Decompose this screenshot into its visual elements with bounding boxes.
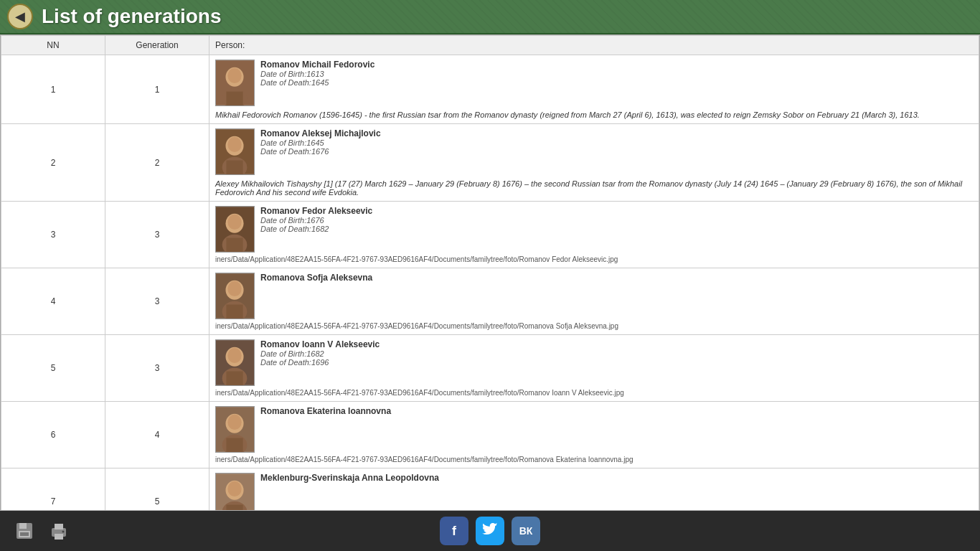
svg-rect-46 xyxy=(19,523,27,529)
svg-point-2 xyxy=(227,68,241,83)
person-name: Romanova Ekaterina Ioannovna xyxy=(260,406,973,416)
person-birth: Date of Birth:1676 xyxy=(260,216,973,225)
person-photo xyxy=(215,406,255,453)
table-row: 43 Romanova Sofja Aleksevnainers/Data/Ap… xyxy=(1,268,979,335)
cell-nn: 2 xyxy=(1,124,105,202)
person-name: Romanova Sofja Aleksevna xyxy=(260,273,973,283)
person-photo xyxy=(215,206,255,253)
cell-nn: 4 xyxy=(1,268,105,335)
cell-generation: 3 xyxy=(105,335,209,402)
page-header: ◀ List of generations xyxy=(0,0,980,34)
vk-button[interactable]: ВК xyxy=(512,517,540,545)
person-death: Date of Death:1645 xyxy=(260,78,973,87)
social-buttons: f ВК xyxy=(440,517,540,545)
table-row: 11 Romanov Michail FedorovicDate of Birt… xyxy=(1,55,979,124)
back-icon: ◀ xyxy=(15,10,25,23)
person-birth: Date of Birth:1682 xyxy=(260,349,973,358)
back-button[interactable]: ◀ xyxy=(7,4,33,29)
facebook-icon: f xyxy=(452,524,456,539)
person-photo xyxy=(215,339,255,386)
cell-person: Romanova Ekaterina Ioannovnainers/Data/A… xyxy=(209,402,979,468)
svg-point-12 xyxy=(227,215,241,230)
svg-point-27 xyxy=(227,415,241,430)
cell-nn: 6 xyxy=(1,402,105,468)
col-nn: NN xyxy=(1,36,105,55)
table-row: 75 Meklenburg-Sverinskaja Anna Leopoldov… xyxy=(1,468,979,512)
person-name: Romanov Fedor Alekseevic xyxy=(260,206,973,216)
cell-person: Romanova Sofja Aleksevnainers/Data/Appli… xyxy=(209,268,979,335)
cell-person: Meklenburg-Sverinskaja Anna Leopoldovnai… xyxy=(209,468,979,512)
cell-generation: 2 xyxy=(105,124,209,202)
svg-rect-24 xyxy=(226,372,242,385)
person-file-path: iners/Data/Application/48E2AA15-56FA-4F2… xyxy=(215,389,973,397)
svg-rect-19 xyxy=(226,305,242,319)
table-row: 33 Romanov Fedor AlekseevicDate of Birth… xyxy=(1,202,979,268)
cell-person: Romanov Aleksej MichajlovicDate of Birth… xyxy=(209,124,979,202)
cell-generation: 3 xyxy=(105,268,209,335)
cell-nn: 5 xyxy=(1,335,105,402)
svg-rect-50 xyxy=(55,524,63,529)
svg-rect-4 xyxy=(226,92,242,105)
person-photo xyxy=(215,60,255,106)
svg-rect-34 xyxy=(226,505,242,511)
cell-person: Romanov Fedor AlekseevicDate of Birth:16… xyxy=(209,202,979,268)
person-death: Date of Death:1696 xyxy=(260,358,973,367)
table-row: 53 Romanov Ioann V AlekseevicDate of Bir… xyxy=(1,335,979,402)
main-content: NN Generation Person: 11 Romanov Michail… xyxy=(0,34,980,511)
svg-point-17 xyxy=(227,281,241,296)
bottom-toolbar: f ВК xyxy=(0,511,980,551)
person-name: Romanov Aleksej Michajlovic xyxy=(260,128,973,138)
col-person: Person: xyxy=(209,36,979,55)
person-birth: Date of Birth:1613 xyxy=(260,70,973,78)
svg-point-7 xyxy=(227,137,241,152)
print-button[interactable] xyxy=(46,518,72,544)
save-button[interactable] xyxy=(11,518,37,544)
svg-point-22 xyxy=(227,348,241,363)
svg-point-52 xyxy=(62,531,65,533)
person-name: Meklenburg-Sverinskaja Anna Leopoldovna xyxy=(260,473,973,483)
person-death: Date of Death:1676 xyxy=(260,147,973,156)
svg-point-32 xyxy=(227,481,241,496)
facebook-button[interactable]: f xyxy=(440,517,468,545)
table-row: 64 Romanova Ekaterina Ioannovnainers/Dat… xyxy=(1,402,979,468)
person-name: Romanov Ioann V Alekseevic xyxy=(260,339,973,349)
person-photo xyxy=(215,273,255,319)
person-file-path: iners/Data/Application/48E2AA15-56FA-4F2… xyxy=(215,255,973,263)
cell-generation: 4 xyxy=(105,402,209,468)
cell-person: Romanov Ioann V AlekseevicDate of Birth:… xyxy=(209,335,979,402)
generations-table: NN Generation Person: 11 Romanov Michail… xyxy=(1,35,979,511)
cell-nn: 7 xyxy=(1,468,105,512)
cell-nn: 3 xyxy=(1,202,105,268)
person-photo xyxy=(215,473,255,511)
cell-nn: 1 xyxy=(1,55,105,124)
svg-rect-51 xyxy=(55,534,63,540)
svg-rect-14 xyxy=(226,238,242,252)
svg-rect-29 xyxy=(226,438,242,452)
cell-person: Romanov Michail FedorovicDate of Birth:1… xyxy=(209,55,979,124)
vk-icon: ВК xyxy=(519,525,533,537)
page-title: List of generations xyxy=(42,5,221,28)
person-death: Date of Death:1682 xyxy=(260,225,973,233)
svg-rect-48 xyxy=(20,532,29,536)
table-row: 22 Romanov Aleksej MichajlovicDate of Bi… xyxy=(1,124,979,202)
twitter-button[interactable] xyxy=(476,517,504,545)
person-description: Mikhail Fedorovich Romanov (1596-1645) -… xyxy=(215,110,973,119)
table-header-row: NN Generation Person: xyxy=(1,36,979,55)
col-generation: Generation xyxy=(105,36,209,55)
person-file-path: iners/Data/Application/48E2AA15-56FA-4F2… xyxy=(215,322,973,330)
person-description: Alexey Mikhailovich Tishayshy [1] (17 (2… xyxy=(215,179,973,197)
cell-generation: 5 xyxy=(105,468,209,512)
person-name: Romanov Michail Fedorovic xyxy=(260,60,973,70)
cell-generation: 3 xyxy=(105,202,209,268)
cell-generation: 1 xyxy=(105,55,209,124)
person-photo xyxy=(215,128,255,175)
toolbar-left xyxy=(11,518,72,544)
person-file-path: iners/Data/Application/48E2AA15-56FA-4F2… xyxy=(215,456,973,463)
svg-rect-9 xyxy=(226,161,242,174)
person-birth: Date of Birth:1645 xyxy=(260,138,973,147)
